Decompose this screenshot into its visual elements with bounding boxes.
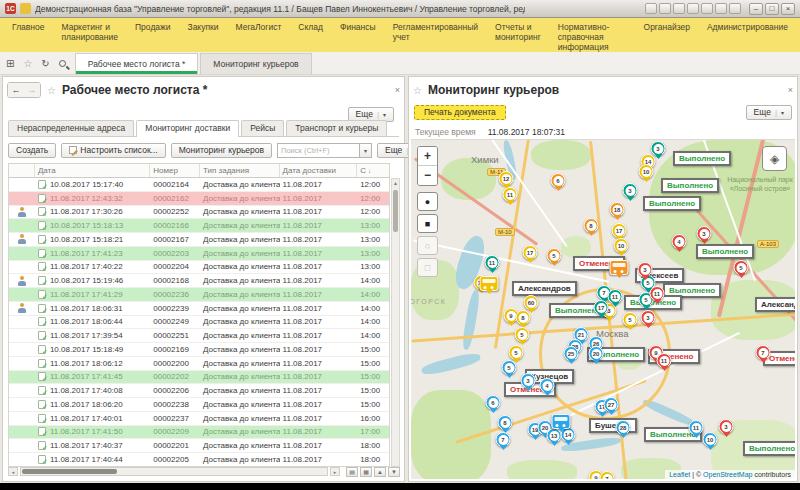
courier-pin[interactable]: 20 <box>589 346 604 361</box>
tab[interactable]: Мониторинг курьеров <box>200 53 311 74</box>
courier-pin[interactable]: 11 <box>689 420 704 435</box>
locate-couriers-button[interactable]: ● <box>417 192 438 211</box>
search-dropdown-button[interactable]: ▾ <box>359 143 372 158</box>
header-cell[interactable]: С↓ <box>357 164 389 177</box>
subtab[interactable]: Рейсы <box>241 120 284 136</box>
courier-bus-marker[interactable] <box>480 276 499 291</box>
tab[interactable]: Рабочее место логиста * <box>75 53 199 74</box>
courier-pin[interactable]: 3 <box>521 373 536 388</box>
menu-item[interactable]: Нормативно-справочная информация <box>558 22 627 52</box>
courier-pin[interactable]: 5 <box>547 248 562 263</box>
courier-bus-marker[interactable] <box>552 414 571 429</box>
courier-pin[interactable]: 60 <box>524 295 539 310</box>
courier-pin[interactable]: 25 <box>564 346 579 361</box>
scroll-right-icon[interactable]: ▸ <box>330 467 340 476</box>
titlebar-tool-icon[interactable] <box>715 3 727 14</box>
table-row[interactable]: 11.08.2017 17:40:2200002204Доставка до к… <box>9 261 389 275</box>
titlebar-tool-icon[interactable] <box>701 3 713 14</box>
table-row[interactable]: 11.08.2017 18:06:1200002200Доставка до к… <box>9 357 389 371</box>
courier-pin[interactable]: 8 <box>584 218 599 233</box>
locate-disabled-button[interactable]: ○ <box>417 236 438 255</box>
search-icon[interactable] <box>59 59 66 69</box>
forward-button[interactable]: → <box>24 83 40 97</box>
menu-item[interactable]: МегаЛогист <box>236 22 282 52</box>
hscrollbar-thumb[interactable] <box>22 469 117 474</box>
configure-list-button[interactable]: Настроить список... <box>61 143 165 158</box>
vscrollbar-thumb[interactable] <box>393 190 398 232</box>
table-row[interactable]: 11.08.2017 17:40:0100002237Доставка до к… <box>9 412 389 426</box>
courier-pin[interactable]: 5 <box>623 312 638 327</box>
layers-control[interactable]: ◈ <box>762 146 787 171</box>
header-cell[interactable]: Номер <box>150 164 200 177</box>
courier-pin[interactable]: 3 <box>638 262 653 277</box>
courier-pin[interactable]: 8 <box>516 310 531 325</box>
table-row[interactable]: 10.08.2017 15:18:4900002169Доставка до к… <box>9 343 389 357</box>
list-view-button[interactable]: ▤ <box>346 467 358 477</box>
table-row[interactable]: 11.08.2017 17:40:3700002201Доставка до к… <box>9 439 389 453</box>
courier-pin[interactable]: 7 <box>600 471 615 479</box>
close-form-icon[interactable]: × <box>788 85 793 95</box>
courier-pin[interactable]: 6 <box>486 395 501 410</box>
table-row[interactable]: 11.08.2017 17:41:4500002202Доставка до к… <box>9 371 389 385</box>
courier-pin[interactable]: 11 <box>485 255 500 270</box>
header-cell[interactable]: Дата доставки <box>280 164 358 177</box>
osm-link[interactable]: OpenStreetMap <box>703 471 752 478</box>
menu-item[interactable]: Регламентированный учет <box>393 22 478 52</box>
table-row[interactable]: 11.08.2017 18:06:2000002238Доставка до к… <box>9 398 389 412</box>
courier-bus-marker[interactable] <box>610 260 629 275</box>
menu-item[interactable]: Отчеты и мониторинг <box>495 22 541 52</box>
scroll-left-icon[interactable]: ◂ <box>8 467 18 476</box>
minimize-button[interactable]: – <box>749 3 763 15</box>
menu-item[interactable]: Маркетинг и планирование <box>61 22 118 52</box>
courier-pin[interactable]: 5 <box>509 345 524 360</box>
map-status-label[interactable]: Выполнено <box>643 196 701 211</box>
horizontal-scrollbar[interactable]: ◂ ▸ ▤ ▦ ▲ ▼ <box>8 466 400 477</box>
table-row[interactable]: 11.08.2017 18:06:3100002239Доставка до к… <box>9 302 389 316</box>
table-row[interactable]: 11.08.2017 17:41:2900002236Доставка до к… <box>9 288 389 302</box>
courier-pin[interactable]: 17 <box>612 223 627 238</box>
menu-item[interactable]: Склад <box>298 22 323 52</box>
menu-item[interactable]: Органайзер <box>644 22 690 52</box>
menu-item[interactable]: Главное <box>12 22 44 52</box>
courier-pin[interactable]: 5 <box>515 327 530 342</box>
map-status-label[interactable]: Александров <box>512 281 577 296</box>
menu-item[interactable]: Финансы <box>340 22 376 52</box>
courier-pin[interactable]: 11 <box>608 289 623 304</box>
courier-pin[interactable]: 3 <box>697 226 712 241</box>
search-input[interactable] <box>277 143 359 158</box>
courier-pin[interactable]: 12 <box>499 171 514 186</box>
courier-pin[interactable]: 27 <box>604 397 619 412</box>
courier-pin[interactable]: 10 <box>614 238 629 253</box>
courier-pin[interactable]: 5 <box>502 360 517 375</box>
courier-pin[interactable]: 4 <box>672 234 687 249</box>
row-down-button[interactable]: ▼ <box>388 467 400 477</box>
titlebar-tool-icon[interactable] <box>729 3 741 14</box>
favorite-star-icon[interactable]: ☆ <box>413 85 422 96</box>
map-status-label[interactable]: Выполнено <box>743 441 795 456</box>
courier-pin[interactable]: 3 <box>719 419 734 434</box>
header-cell[interactable]: Дата <box>35 164 150 177</box>
bounds-disabled-button[interactable]: □ <box>417 258 438 277</box>
courier-pin[interactable]: 3 <box>623 183 638 198</box>
history-icon[interactable]: ↻ <box>41 59 49 69</box>
courier-pin[interactable]: 10 <box>703 432 718 447</box>
vertical-scrollbar[interactable]: ▲ <box>391 178 400 467</box>
table-row[interactable]: 10.08.2017 15:17:4000002164Доставка до к… <box>9 178 389 192</box>
table-row[interactable]: 11.08.2017 12:43:3200002162Доставка до к… <box>9 192 389 206</box>
maximize-button[interactable]: □ <box>765 3 779 15</box>
hscrollbar-track[interactable] <box>20 467 328 476</box>
table-row[interactable]: 11.08.2017 17:41:5000002209Доставка до к… <box>9 426 389 440</box>
titlebar-tool-icon[interactable] <box>687 3 699 14</box>
print-document-button[interactable]: Печать документа <box>414 105 506 120</box>
courier-pin[interactable]: 8 <box>498 415 513 430</box>
titlebar-tool-icon[interactable] <box>673 3 685 14</box>
courier-pin[interactable]: 11 <box>657 353 672 368</box>
table-row[interactable]: 10.08.2017 15:18:2100002167Доставка до к… <box>9 233 389 247</box>
close-form-icon[interactable]: × <box>395 85 400 95</box>
apps-grid-icon[interactable]: ⊞ <box>6 59 14 69</box>
courier-pin[interactable]: 3 <box>651 141 666 156</box>
map-more-button[interactable]: Еще | ▾ <box>746 105 792 120</box>
menu-item[interactable]: Администрирование <box>707 22 788 52</box>
courier-pin[interactable]: 5 <box>734 260 749 275</box>
scroll-up-icon[interactable]: ▲ <box>393 179 398 188</box>
